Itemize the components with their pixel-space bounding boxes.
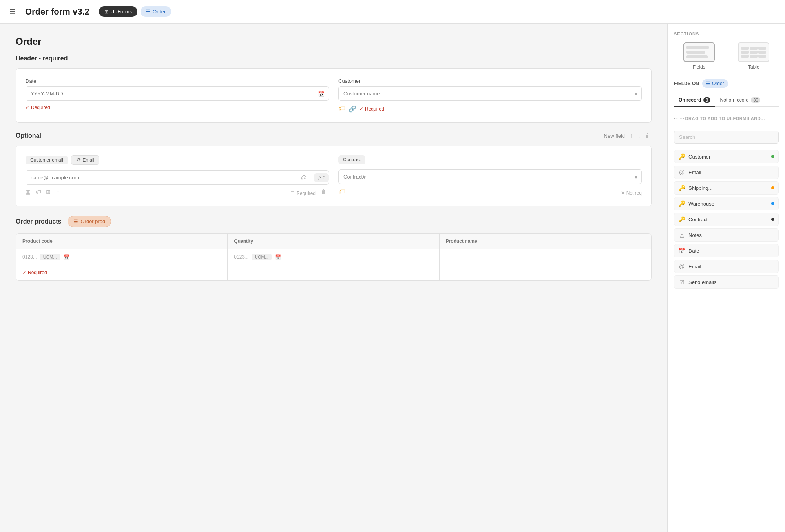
sections-title: SECTIONS xyxy=(674,31,779,36)
date-input-wrapper[interactable]: 📅 xyxy=(26,86,329,101)
breadcrumbs: ⊞ UI-Forms ☰ Order xyxy=(99,6,171,17)
drag-icon: ⤺ xyxy=(674,116,678,121)
date-required: ✓ Required xyxy=(26,105,329,110)
new-field-button[interactable]: + New field xyxy=(599,133,625,139)
tab-not-on-record[interactable]: Not on record 36 xyxy=(715,94,765,107)
order-products-title: Order products xyxy=(16,218,61,225)
contract-badge: Contract xyxy=(338,155,365,164)
contract-dot xyxy=(771,218,774,221)
required-toggle[interactable]: ☐ Required xyxy=(290,191,316,196)
quantity-value: 0123... xyxy=(234,254,248,260)
grid-icon[interactable]: ▦ xyxy=(26,189,33,197)
move-down-button[interactable]: ↓ xyxy=(637,132,641,139)
fields-preview-lines xyxy=(684,44,714,61)
td-quantity: 0123... UOM... 📅 xyxy=(228,249,439,265)
sidebar-field-customer[interactable]: 🔑 Customer xyxy=(674,150,779,163)
date-label: Date xyxy=(26,78,329,84)
table-header: Product code Quantity Product name xyxy=(16,234,651,249)
email-input[interactable] xyxy=(26,171,297,184)
breadcrumb-ui-forms[interactable]: ⊞ UI-Forms xyxy=(99,6,137,17)
cell-1 xyxy=(741,47,749,50)
contract-not-req: ✕ Not req xyxy=(621,190,642,196)
menu-icon[interactable]: ☰ xyxy=(9,7,16,16)
fields-on-section: FIELDS ON ☰ Order xyxy=(674,79,779,88)
drag-hint: ⤺ ⤺ DRAG TO ADD TO UI-FORMS AND... xyxy=(674,113,779,124)
header-subsection-title: Header - required xyxy=(16,55,652,62)
checkbox-icon: ☐ xyxy=(290,191,295,196)
td-empty-name xyxy=(440,265,651,280)
breadcrumb-order[interactable]: ☰ Order xyxy=(141,6,171,17)
preview-line-3 xyxy=(686,55,708,58)
customer-select[interactable]: Customer name... xyxy=(339,87,631,100)
table-row-required: ✓ Required xyxy=(16,265,651,280)
sidebar-field-warehouse[interactable]: 🔑 Warehouse xyxy=(674,197,779,210)
customer-required: ✓ Required xyxy=(360,106,384,112)
at-icon-2: @ xyxy=(678,169,685,175)
at-icon: @ xyxy=(76,157,81,163)
customer-email-header: Customer email @ Email xyxy=(26,155,329,165)
fields-on-order-tag[interactable]: ☰ Order xyxy=(702,79,728,88)
sidebar-field-contract[interactable]: 🔑 Contract xyxy=(674,213,779,226)
checkmark-icon: ✓ xyxy=(360,106,363,112)
product-code-required: ✓ Required xyxy=(22,270,47,275)
field-actions: ▦ 🏷 ⊞ ≡ ☐ Required 🗑 xyxy=(26,189,329,197)
tag-icon[interactable]: 🏷 xyxy=(36,189,44,197)
product-code-value: 0123... xyxy=(22,254,37,260)
fields-label: Fields xyxy=(693,64,705,70)
customer-select-wrapper[interactable]: Customer name... ▾ xyxy=(338,86,642,101)
sidebar-field-send-emails[interactable]: ☑ Send emails xyxy=(674,275,779,289)
sidebar-field-email[interactable]: @ Email xyxy=(674,166,779,179)
contract-select[interactable]: Contract# xyxy=(339,170,631,184)
optional-actions: + New field ↑ ↓ 🗑 xyxy=(599,132,652,139)
delete-field-icon[interactable]: 🗑 xyxy=(321,189,329,197)
calendar-icon-3: 📅 xyxy=(275,254,281,260)
table-row: 0123... UOM... 📅 0123... UOM... 📅 xyxy=(16,249,651,265)
search-box[interactable]: Search xyxy=(674,131,779,144)
key-icon-4: 🔑 xyxy=(678,216,685,222)
delete-button[interactable]: 🗑 xyxy=(645,132,652,139)
checkbox-icon-2: ☑ xyxy=(678,279,685,285)
fields-layout-preview xyxy=(683,42,715,62)
key-icon-3: 🔑 xyxy=(678,200,685,207)
date-field: Date 📅 ✓ Required xyxy=(26,78,329,113)
product-code-uom: UOM... xyxy=(40,254,60,260)
col-quantity: Quantity xyxy=(228,234,439,249)
calendar-icon-4: 📅 xyxy=(678,248,685,254)
customer-label: Customer xyxy=(338,78,642,84)
fields-layout-option[interactable]: Fields xyxy=(674,42,724,70)
sidebar-field-email2[interactable]: @ Email xyxy=(674,260,779,273)
sidebar-field-date[interactable]: 📅 Date xyxy=(674,244,779,257)
table-icon[interactable]: ⊞ xyxy=(46,189,54,197)
header-form-row: Date 📅 ✓ Required Customer Cus xyxy=(26,78,642,113)
contract-chevron-icon: ▾ xyxy=(631,174,641,180)
preview-line-1 xyxy=(686,46,709,49)
cell-2 xyxy=(750,47,758,50)
tab-on-record[interactable]: On record 9 xyxy=(674,94,715,107)
table-layout-preview xyxy=(738,42,769,62)
main-layout: Order Header - required Date 📅 ✓ Require… xyxy=(0,24,785,532)
move-up-button[interactable]: ↑ xyxy=(630,132,633,139)
key-icon-2: 🔑 xyxy=(678,185,685,191)
order-prod-badge[interactable]: ☰ Order prod xyxy=(68,216,111,227)
sidebar-field-notes[interactable]: △ Notes xyxy=(674,228,779,242)
customer-tag-icon: 🏷 xyxy=(338,105,345,113)
table-preview-cells xyxy=(739,44,769,60)
date-input[interactable] xyxy=(26,87,314,100)
warehouse-dot xyxy=(771,202,774,205)
td-product-name xyxy=(440,249,651,265)
section-title: Order xyxy=(16,36,652,47)
arrows-icon: ⇄ xyxy=(317,175,321,180)
sidebar-field-shipping[interactable]: 🔑 Shipping... xyxy=(674,181,779,195)
list-icon[interactable]: ≡ xyxy=(56,189,64,197)
table-layout-option[interactable]: Table xyxy=(729,42,779,70)
customer-link-icon: 🔗 xyxy=(349,105,356,113)
triangle-icon: △ xyxy=(678,232,685,238)
record-tabs: On record 9 Not on record 36 xyxy=(674,94,779,107)
not-on-record-count: 36 xyxy=(751,97,760,103)
contract-select-wrapper[interactable]: Contract# ▾ xyxy=(338,169,642,184)
email-input-wrapper[interactable]: @ ⇄ 0 xyxy=(26,170,329,185)
quantity-uom: UOM... xyxy=(252,254,272,260)
field-items-list: 🔑 Customer @ Email 🔑 Shipping... 🔑 Wareh… xyxy=(674,150,779,289)
cell-8 xyxy=(750,55,758,58)
contract-header: Contract xyxy=(338,155,642,164)
